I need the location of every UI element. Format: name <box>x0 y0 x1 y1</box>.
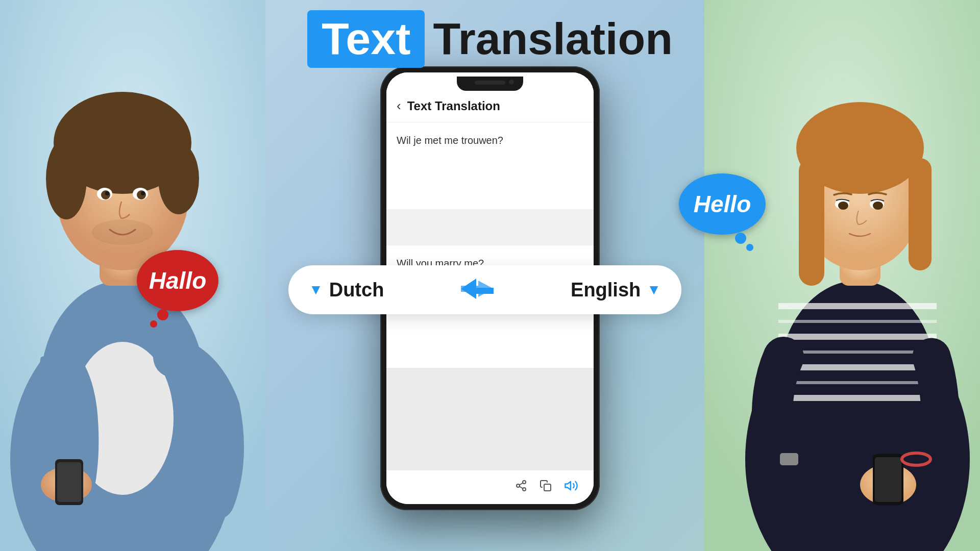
svg-point-11 <box>101 190 110 199</box>
title-text-plain: Translation <box>433 14 672 64</box>
bubble-hallo: Hallo <box>137 250 218 311</box>
app-top-section: ‹ Text Translation Wil je met me trouwen… <box>386 72 594 209</box>
copy-icon[interactable] <box>540 480 552 495</box>
svg-rect-42 <box>780 453 798 465</box>
title-text-highlight: Text <box>307 10 425 68</box>
phone-notch <box>457 77 523 91</box>
back-button[interactable]: ‹ <box>397 98 401 114</box>
phone-notch-camera <box>509 80 514 85</box>
source-language-selector[interactable]: ▼ Dutch <box>309 279 384 301</box>
svg-rect-40 <box>875 457 901 502</box>
svg-point-37 <box>873 202 883 210</box>
svg-point-8 <box>158 143 199 214</box>
target-language-selector[interactable]: English ▼ <box>571 279 661 301</box>
left-person-area <box>0 0 265 551</box>
title-area: Text Translation <box>0 10 980 68</box>
language-bar-wrapper: ▼ Dutch English ▼ <box>288 265 681 314</box>
svg-point-7 <box>46 138 87 219</box>
right-person-area <box>704 0 980 551</box>
input-text: Wil je met me trouwen? <box>397 133 583 148</box>
input-area[interactable]: Wil je met me trouwen? <box>386 122 594 209</box>
language-bar: ▼ Dutch English ▼ <box>288 265 681 314</box>
svg-rect-32 <box>799 158 824 286</box>
output-spacer <box>386 368 594 470</box>
bubble-hallo-text: Hallo <box>149 267 206 294</box>
app-header-title: Text Translation <box>407 99 500 113</box>
phone-container: ‹ Text Translation Wil je met me trouwen… <box>380 66 600 510</box>
svg-point-36 <box>838 202 848 210</box>
svg-rect-18 <box>57 462 81 502</box>
svg-point-12 <box>137 190 146 199</box>
source-language-label: Dutch <box>329 279 384 301</box>
target-language-label: English <box>571 279 641 301</box>
action-bar <box>386 470 594 504</box>
phone-notch-speaker <box>475 81 505 85</box>
share-icon[interactable] <box>515 480 527 495</box>
svg-rect-48 <box>544 484 551 491</box>
swap-languages-button[interactable] <box>457 274 498 305</box>
svg-line-46 <box>520 487 523 489</box>
source-language-arrow: ▼ <box>309 282 323 298</box>
bubble-hello-text: Hello <box>694 190 751 218</box>
svg-rect-33 <box>909 158 932 270</box>
language-bar-spacer <box>386 209 594 245</box>
svg-point-14 <box>141 191 145 195</box>
target-language-arrow: ▼ <box>647 282 661 298</box>
svg-point-13 <box>105 191 109 195</box>
svg-point-15 <box>92 219 153 245</box>
bubble-hello: Hello <box>679 173 766 235</box>
audio-icon[interactable] <box>564 479 578 496</box>
svg-marker-49 <box>565 482 571 490</box>
svg-line-47 <box>520 483 523 485</box>
